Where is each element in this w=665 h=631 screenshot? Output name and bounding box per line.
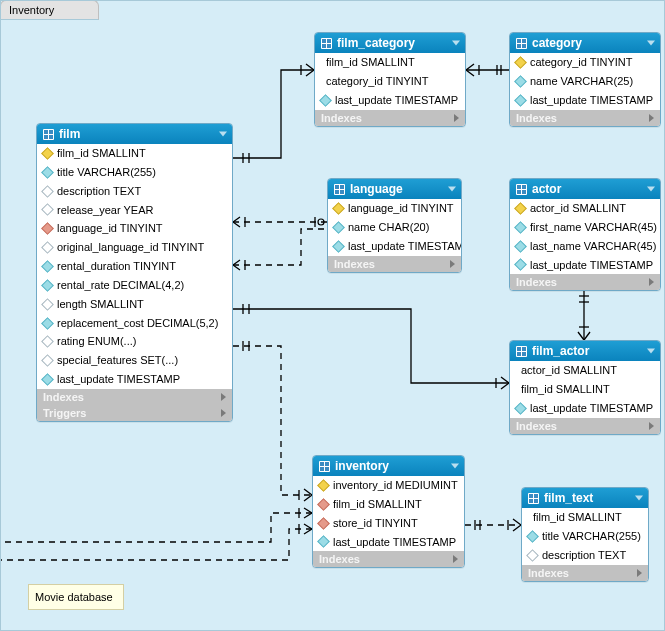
inventory-tab[interactable]: Inventory <box>0 0 99 20</box>
table-column[interactable]: store_id TINYINT <box>313 514 464 533</box>
expand-icon[interactable] <box>649 114 654 122</box>
expand-icon[interactable] <box>649 422 654 430</box>
column-label: description TEXT <box>542 548 626 563</box>
table-actor[interactable]: actoractor_id SMALLINTfirst_name VARCHAR… <box>509 178 661 291</box>
table-column[interactable]: category_id TINYINT <box>510 53 660 72</box>
section-indexes[interactable]: Indexes <box>313 551 464 567</box>
table-category[interactable]: categorycategory_id TINYINTname VARCHAR(… <box>509 32 661 127</box>
column-icon <box>41 317 54 330</box>
table-column[interactable]: film_id SMALLINT <box>522 508 648 527</box>
expand-icon[interactable] <box>649 278 654 286</box>
foreign-key-icon <box>317 517 330 530</box>
table-column[interactable]: rental_rate DECIMAL(4,2) <box>37 276 232 295</box>
table-column[interactable]: last_update TIMESTAMP <box>510 91 660 110</box>
table-film_category[interactable]: film_categoryfilm_id SMALLINTcategory_id… <box>314 32 466 127</box>
table-column[interactable]: description TEXT <box>522 546 648 565</box>
table-column[interactable]: film_id SMALLINT <box>313 495 464 514</box>
table-column[interactable]: original_language_id TINYINT <box>37 238 232 257</box>
section-indexes[interactable]: Indexes <box>37 389 232 405</box>
collapse-icon[interactable] <box>219 132 227 137</box>
note-movie-database: Movie database <box>28 584 124 610</box>
column-label: last_update TIMESTAMP <box>333 535 456 550</box>
svg-point-0 <box>318 219 324 225</box>
collapse-icon[interactable] <box>635 496 643 501</box>
table-header[interactable]: film <box>37 124 232 144</box>
section-indexes[interactable]: Indexes <box>328 256 461 272</box>
table-column[interactable]: language_id TINYINT <box>328 199 461 218</box>
collapse-icon[interactable] <box>647 349 655 354</box>
table-column[interactable]: last_update TIMESTAMP <box>313 533 464 552</box>
expand-icon[interactable] <box>450 260 455 268</box>
table-column[interactable]: last_update TIMESTAMP <box>510 256 660 275</box>
collapse-icon[interactable] <box>647 187 655 192</box>
table-icon <box>334 184 345 195</box>
column-icon <box>41 279 54 292</box>
table-column[interactable]: title VARCHAR(255) <box>37 163 232 182</box>
table-column[interactable]: first_name VARCHAR(45) <box>510 218 660 237</box>
table-column[interactable]: name CHAR(20) <box>328 218 461 237</box>
table-column[interactable]: title VARCHAR(255) <box>522 527 648 546</box>
table-column[interactable]: last_update TIMESTAMP <box>328 237 461 256</box>
table-header[interactable]: film_actor <box>510 341 660 361</box>
expand-icon[interactable] <box>221 393 226 401</box>
table-column[interactable]: name VARCHAR(25) <box>510 72 660 91</box>
table-column[interactable]: actor_id SMALLINT <box>510 361 660 380</box>
table-header[interactable]: film_text <box>522 488 648 508</box>
collapse-icon[interactable] <box>452 41 460 46</box>
section-indexes[interactable]: Indexes <box>510 274 660 290</box>
table-column[interactable]: film_id SMALLINT <box>37 144 232 163</box>
column-label: film_id SMALLINT <box>326 55 415 70</box>
table-header[interactable]: language <box>328 179 461 199</box>
section-indexes[interactable]: Indexes <box>510 418 660 434</box>
table-column[interactable]: description TEXT <box>37 182 232 201</box>
column-icon <box>526 530 539 543</box>
table-column[interactable]: last_name VARCHAR(45) <box>510 237 660 256</box>
section-indexes[interactable]: Indexes <box>315 110 465 126</box>
table-column[interactable]: replacement_cost DECIMAL(5,2) <box>37 314 232 333</box>
table-title: category <box>532 36 582 50</box>
table-column[interactable]: actor_id SMALLINT <box>510 199 660 218</box>
expand-icon[interactable] <box>221 409 226 417</box>
table-column[interactable]: rating ENUM(...) <box>37 332 232 351</box>
table-inventory[interactable]: inventoryinventory_id MEDIUMINTfilm_id S… <box>312 455 465 568</box>
collapse-icon[interactable] <box>451 464 459 469</box>
table-column[interactable]: inventory_id MEDIUMINT <box>313 476 464 495</box>
section-triggers[interactable]: Triggers <box>37 405 232 421</box>
table-language[interactable]: languagelanguage_id TINYINTname CHAR(20)… <box>327 178 462 273</box>
table-film_text[interactable]: film_textfilm_id SMALLINTtitle VARCHAR(2… <box>521 487 649 582</box>
expand-icon[interactable] <box>637 569 642 577</box>
table-header[interactable]: film_category <box>315 33 465 53</box>
table-column[interactable]: rental_duration TINYINT <box>37 257 232 276</box>
table-column[interactable]: last_update TIMESTAMP <box>510 399 660 418</box>
table-header[interactable]: inventory <box>313 456 464 476</box>
expand-icon[interactable] <box>453 555 458 563</box>
table-column[interactable]: release_year YEAR <box>37 201 232 220</box>
collapse-icon[interactable] <box>647 41 655 46</box>
table-column[interactable]: special_features SET(...) <box>37 351 232 370</box>
expand-icon[interactable] <box>454 114 459 122</box>
section-indexes[interactable]: Indexes <box>510 110 660 126</box>
table-column[interactable]: language_id TINYINT <box>37 219 232 238</box>
table-header[interactable]: category <box>510 33 660 53</box>
table-film[interactable]: filmfilm_id SMALLINTtitle VARCHAR(255)de… <box>36 123 233 422</box>
column-label: rental_rate DECIMAL(4,2) <box>57 278 184 293</box>
table-header[interactable]: actor <box>510 179 660 199</box>
table-film_actor[interactable]: film_actoractor_id SMALLINTfilm_id SMALL… <box>509 340 661 435</box>
column-label: actor_id SMALLINT <box>521 363 617 378</box>
table-column[interactable]: film_id SMALLINT <box>315 53 465 72</box>
section-label: Indexes <box>516 420 557 432</box>
table-column[interactable]: length SMALLINT <box>37 295 232 314</box>
table-column[interactable]: category_id TINYINT <box>315 72 465 91</box>
column-label: category_id TINYINT <box>530 55 633 70</box>
column-label: length SMALLINT <box>57 297 144 312</box>
section-indexes[interactable]: Indexes <box>522 565 648 581</box>
collapse-icon[interactable] <box>448 187 456 192</box>
nullable-icon <box>41 354 54 367</box>
column-label: store_id TINYINT <box>333 516 418 531</box>
column-icon <box>41 260 54 273</box>
table-icon <box>516 184 527 195</box>
table-column[interactable]: last_update TIMESTAMP <box>315 91 465 110</box>
table-column[interactable]: last_update TIMESTAMP <box>37 370 232 389</box>
column-label: name CHAR(20) <box>348 220 429 235</box>
table-column[interactable]: film_id SMALLINT <box>510 380 660 399</box>
